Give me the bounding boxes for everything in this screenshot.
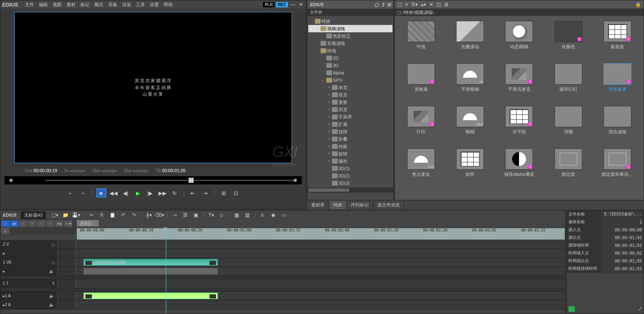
save-button[interactable]: 💾▾ (72, 211, 81, 219)
folder-tab[interactable]: 文件夹 (308, 9, 393, 16)
effect-item[interactable]: S水平线 (498, 106, 540, 145)
video-preview[interactable]: 莫笑农家腊酒浑 丰年留客足鸡豚 山重水复 (14, 12, 292, 163)
tree-node[interactable]: 3D(3) (308, 179, 392, 187)
render-button[interactable]: ▦ (232, 211, 241, 219)
tree-node[interactable]: +折叠 (308, 135, 392, 143)
menu-标记[interactable]: 标记 (78, 1, 92, 8)
menu-素材[interactable]: 素材 (64, 1, 78, 8)
list-icon[interactable]: ≡ (405, 2, 408, 7)
tree-node[interactable]: +单页 (308, 84, 392, 91)
delete-icon[interactable]: ✕ (429, 2, 433, 7)
tab-source[interactable]: 源文件浏览 (373, 201, 404, 209)
loop-button[interactable]: ↻ (170, 188, 180, 197)
track-row[interactable]: ▸ (0, 249, 565, 258)
tree-node[interactable]: +拍板 (308, 143, 392, 150)
tree-node[interactable]: +爆炸 (308, 157, 392, 165)
sort-icon[interactable]: ⇅▾ (411, 2, 418, 7)
tree-node[interactable]: +扩展 (308, 121, 392, 128)
link-button[interactable]: ⛓ (181, 211, 190, 219)
track-header[interactable]: 1 TT (0, 279, 58, 288)
effect-item[interactable]: Soft焦点柔化 (400, 148, 442, 188)
view-icon[interactable]: ▢ (397, 2, 402, 7)
tree-node[interactable]: Alpha (308, 69, 392, 76)
fast-fwd-button[interactable]: ▶▶ (158, 188, 167, 197)
effect-item[interactable]: S打印 (400, 106, 442, 145)
insert-button[interactable]: ⊞ (219, 188, 229, 197)
tree-node[interactable]: 3D(2) (308, 172, 392, 179)
clip[interactable]: 20160623-0009 (83, 259, 218, 266)
settings-icon[interactable]: ⊞ (444, 2, 448, 7)
effect-item[interactable]: S块颜色 (547, 21, 590, 60)
play-button[interactable]: ▶ (133, 188, 143, 197)
mode-f[interactable]: ▫ (46, 220, 54, 227)
overwrite-button[interactable]: ⊡ (231, 188, 241, 197)
rewind-button[interactable]: ◀◀ (109, 188, 118, 197)
effect-item[interactable]: Hi平滑模糊 (449, 63, 491, 103)
goto-out-button[interactable]: ⇥ (201, 188, 210, 197)
effect-item[interactable]: S移除Alpha通道 (498, 148, 540, 188)
mark-out-button[interactable]: ¬ (78, 188, 88, 197)
tree-node[interactable]: +变换 (308, 99, 392, 106)
tree-node[interactable]: 音频滤镜 (308, 40, 392, 47)
mode-b[interactable]: ⇄ (10, 220, 18, 227)
track-ctrl[interactable] (58, 258, 76, 267)
close-button[interactable]: ✕ (298, 2, 304, 7)
mode-c[interactable]: ▫ (19, 220, 27, 227)
tab-markers[interactable]: 序列标记 (347, 201, 373, 209)
folder-tree[interactable]: -特效-视频滤镜色彩校正音频滤镜-转场2D3DAlpha-GPU+单页+双页+变… (308, 16, 393, 191)
undo-button[interactable]: ↶ (119, 211, 128, 219)
effect-item[interactable]: 浮雕 (547, 106, 590, 145)
new-button[interactable]: ▢▾ (51, 211, 60, 219)
tree-node[interactable]: +四页 (308, 106, 392, 113)
menu-帮助[interactable]: 帮助 (161, 1, 175, 8)
expand-icon[interactable]: ⤢ (638, 306, 642, 312)
title-button[interactable]: T▾ (207, 211, 216, 219)
rec-badge[interactable]: REC (276, 2, 288, 7)
track-header[interactable]: 2 V□ (0, 240, 58, 249)
effect-item[interactable]: 动态模糊 (498, 21, 540, 60)
filter-icon[interactable]: ▴▾ (421, 2, 426, 7)
tree-node[interactable]: -特效 (308, 18, 392, 25)
tree-node[interactable]: -GPU (308, 76, 392, 84)
effect-item[interactable]: 混合滤镜 (596, 106, 639, 145)
track-row[interactable]: ▸🔈 (0, 267, 565, 276)
scrub-bar[interactable] (4, 176, 302, 184)
menu-渲染[interactable]: 渲染 (120, 1, 134, 8)
paste-button[interactable]: 📋 (108, 211, 117, 219)
redo-button[interactable]: ↷ (129, 211, 138, 219)
step-back-button[interactable]: ◀| (121, 188, 131, 197)
h-scrollbar[interactable] (308, 188, 393, 193)
tree-node[interactable]: -视频滤镜 (308, 25, 392, 32)
track-row[interactable]: 1 TT (0, 279, 565, 288)
track-ctrl[interactable] (58, 249, 76, 258)
track-ctrl[interactable] (58, 292, 76, 300)
menu-采集[interactable]: 采集 (106, 1, 120, 8)
mode-d[interactable]: ▫ (28, 220, 36, 227)
folder-icon[interactable]: ▢ (374, 2, 379, 7)
menu-设置[interactable]: 设置 (147, 1, 161, 8)
effect-item[interactable]: S垂直线 (596, 21, 639, 60)
cut-button[interactable]: ✂ (87, 211, 96, 219)
tree-node[interactable]: +手风琴 (308, 113, 392, 121)
effect-item[interactable]: 循环幻灯 (547, 63, 590, 103)
mark-in-button[interactable]: ⌐ (66, 188, 76, 197)
step-fwd-button[interactable]: |▶ (145, 188, 155, 197)
tree-node[interactable]: 3D(1) (308, 165, 392, 172)
effect-item[interactable]: S宽银幕 (400, 63, 442, 103)
mode-a[interactable]: ↔ (1, 220, 9, 227)
track-ctrl[interactable] (58, 279, 76, 288)
tree-node[interactable]: -转场 (308, 47, 392, 54)
split-button[interactable]: ╫▾ (145, 211, 154, 219)
copy-button[interactable]: ⎘ (98, 211, 107, 219)
menu-模式[interactable]: 模式 (92, 1, 106, 8)
sequence-tab[interactable]: 序列1 (76, 220, 99, 227)
menu-文件[interactable]: 文件 (22, 1, 36, 8)
time-ruler[interactable]: 00:00:00;0000:00:00;1000:00:00;2000:00:0… (76, 228, 565, 240)
track-header[interactable]: ▸🔈 (0, 267, 58, 276)
snap-button[interactable]: ◉ (269, 211, 278, 219)
layout-button[interactable]: ▭ (279, 211, 288, 219)
track-ctrl[interactable] (58, 267, 76, 276)
mode-e[interactable]: ▫ (37, 220, 45, 227)
tab-effects[interactable]: 特效 (329, 201, 347, 209)
playhead[interactable] (166, 227, 166, 314)
